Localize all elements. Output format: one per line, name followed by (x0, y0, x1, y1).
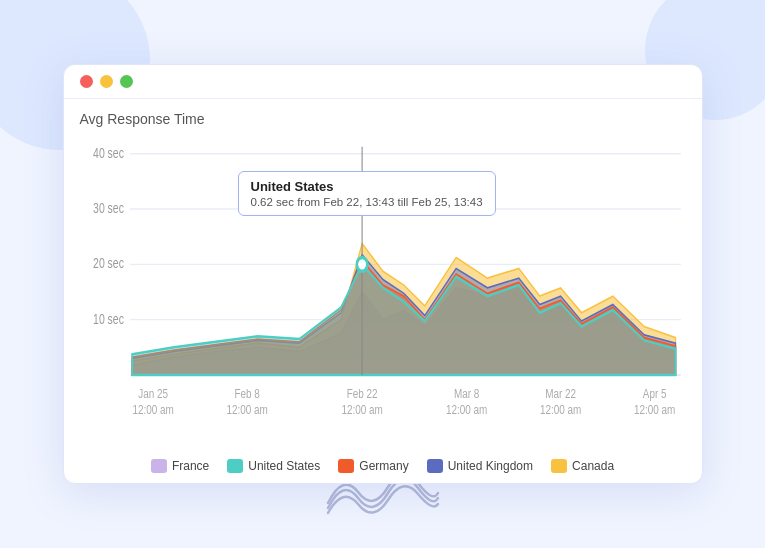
svg-text:Mar 22: Mar 22 (545, 386, 576, 401)
svg-text:12:00 am: 12:00 am (633, 401, 674, 416)
dot-green[interactable] (120, 75, 133, 88)
canada-swatch (551, 459, 567, 473)
svg-text:12:00 am: 12:00 am (445, 401, 486, 416)
line-chart: 40 sec 30 sec 20 sec 10 sec (80, 133, 686, 451)
chart-area: Avg Response Time United States 0.62 sec… (64, 99, 702, 483)
france-label: France (172, 459, 209, 473)
svg-text:12:00 am: 12:00 am (539, 401, 580, 416)
us-label: United States (248, 459, 320, 473)
legend-france: France (151, 459, 209, 473)
chart-container: United States 0.62 sec from Feb 22, 13:4… (80, 133, 686, 451)
legend-us: United States (227, 459, 320, 473)
svg-point-10 (356, 257, 366, 271)
chart-title: Avg Response Time (80, 111, 686, 127)
canada-label: Canada (572, 459, 614, 473)
svg-text:Jan 25: Jan 25 (138, 386, 168, 401)
legend-uk: United Kingdom (427, 459, 533, 473)
svg-text:Mar 8: Mar 8 (453, 386, 478, 401)
dot-red[interactable] (80, 75, 93, 88)
svg-text:Apr 5: Apr 5 (642, 386, 666, 401)
chart-legend: France United States Germany United King… (80, 451, 686, 483)
legend-canada: Canada (551, 459, 614, 473)
legend-germany: Germany (338, 459, 408, 473)
svg-text:10 sec: 10 sec (93, 311, 124, 327)
svg-text:Feb 22: Feb 22 (346, 386, 377, 401)
svg-text:40 sec: 40 sec (93, 145, 124, 161)
app-window: Avg Response Time United States 0.62 sec… (63, 64, 703, 484)
dot-yellow[interactable] (100, 75, 113, 88)
germany-label: Germany (359, 459, 408, 473)
us-swatch (227, 459, 243, 473)
svg-text:20 sec: 20 sec (93, 256, 124, 272)
svg-text:Feb 8: Feb 8 (234, 386, 259, 401)
svg-text:30 sec: 30 sec (93, 201, 124, 217)
svg-text:12:00 am: 12:00 am (226, 401, 267, 416)
germany-swatch (338, 459, 354, 473)
uk-swatch (427, 459, 443, 473)
france-swatch (151, 459, 167, 473)
title-bar (64, 65, 702, 99)
svg-text:12:00 am: 12:00 am (132, 401, 173, 416)
svg-text:12:00 am: 12:00 am (341, 401, 382, 416)
uk-label: United Kingdom (448, 459, 533, 473)
